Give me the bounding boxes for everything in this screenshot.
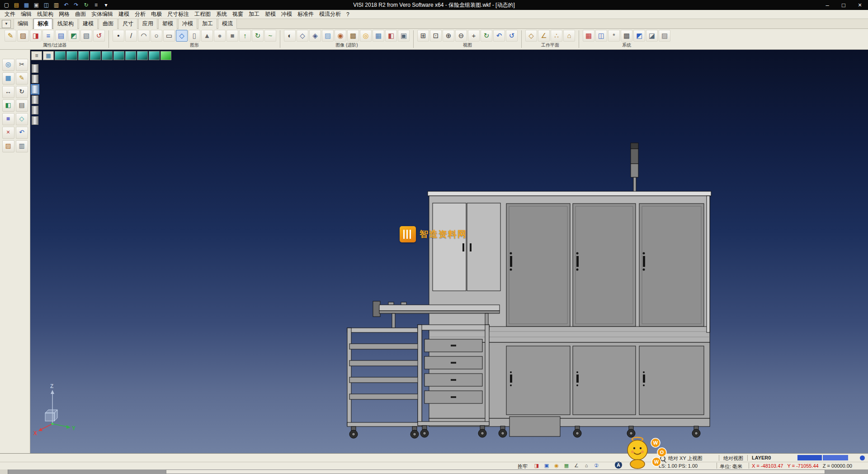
redraw-icon[interactable]: ↺: [506, 30, 518, 42]
mask-filter-icon[interactable]: ▧: [80, 30, 92, 42]
dynamic-view-icon[interactable]: [160, 51, 171, 60]
workplane-3point-icon[interactable]: ∴: [551, 30, 562, 42]
left-view-icon[interactable]: [125, 51, 136, 60]
scale-label[interactable]: LS: 1.00 PS: 1.00: [659, 463, 698, 469]
tab[interactable]: 标准: [33, 19, 52, 29]
view-mode-label[interactable]: 绝对 XY 上视图: [668, 455, 703, 462]
tab[interactable]: 冲模: [178, 19, 197, 29]
grid-icon[interactable]: ▩: [621, 30, 632, 42]
refresh-icon[interactable]: ↻: [82, 1, 90, 9]
tab[interactable]: 编辑: [14, 19, 33, 29]
menu-item[interactable]: 工程图: [192, 9, 213, 19]
shading-icon[interactable]: ◐: [284, 30, 296, 42]
zoom-select-icon[interactable]: ◎: [2, 59, 14, 71]
minimize-button[interactable]: –: [819, 0, 835, 10]
tab[interactable]: 曲面: [99, 19, 118, 29]
transparency-icon[interactable]: ▨: [322, 30, 334, 42]
zoom-out-icon[interactable]: ⊖: [455, 30, 467, 42]
print-icon[interactable]: ▣: [32, 1, 41, 9]
palette-icon[interactable]: ▨: [2, 140, 14, 152]
move-icon[interactable]: ↔: [2, 86, 14, 98]
menu-item[interactable]: 系统: [213, 9, 230, 19]
magnet-snap-icon[interactable]: ◉: [552, 462, 561, 469]
right-view-icon[interactable]: [137, 51, 148, 60]
rectangle-icon[interactable]: ▭: [163, 30, 175, 42]
paste-icon[interactable]: ▥: [52, 1, 61, 9]
layers-icon[interactable]: ▤: [16, 100, 28, 112]
menu-item[interactable]: 线架构: [34, 9, 56, 19]
visibility-filter-icon[interactable]: [32, 64, 38, 73]
lock-filter-icon[interactable]: [32, 75, 38, 83]
open-folder-icon[interactable]: ▤: [12, 1, 21, 9]
menu-item[interactable]: 塑模: [262, 9, 278, 19]
menu-item[interactable]: 编辑: [18, 9, 34, 19]
point-icon[interactable]: •: [113, 30, 124, 42]
viewport-canvas[interactable]: ≡▦: [30, 50, 868, 453]
close-button[interactable]: ×: [852, 0, 868, 10]
notes-icon[interactable]: ▥: [16, 140, 28, 152]
menu-item[interactable]: 加工: [246, 9, 262, 19]
menu-item[interactable]: 标准件: [295, 9, 316, 19]
viewport-split-icon[interactable]: ▦: [43, 51, 54, 60]
tab[interactable]: 线架构: [53, 19, 78, 29]
menu-item[interactable]: 分析: [132, 9, 148, 19]
workplane-angle-icon[interactable]: ∠: [538, 30, 550, 42]
cone-icon[interactable]: ▲: [201, 30, 213, 42]
menu-item[interactable]: 建模: [116, 9, 132, 19]
tab[interactable]: 尺寸: [118, 19, 137, 29]
settings-icon[interactable]: ≡: [92, 1, 100, 9]
sweep-icon[interactable]: ~: [264, 30, 276, 42]
wire-filter-icon[interactable]: [32, 95, 38, 104]
section-view-icon[interactable]: ◧: [385, 30, 397, 42]
workplane-home-icon[interactable]: ⌂: [563, 30, 575, 42]
system-settings-icon[interactable]: *: [608, 30, 620, 42]
line-icon[interactable]: /: [125, 30, 137, 42]
rotate-view-icon[interactable]: ↻: [481, 30, 492, 42]
redo-icon[interactable]: ↷: [72, 1, 80, 9]
scrollbar-thumb[interactable]: [166, 469, 825, 474]
tab[interactable]: 塑模: [158, 19, 177, 29]
color-filter-icon[interactable]: ◨: [30, 30, 42, 42]
customize-arrow-icon[interactable]: ▾: [102, 1, 110, 9]
menu-item[interactable]: 网格: [56, 9, 72, 19]
front-view-icon[interactable]: [102, 51, 113, 60]
circle-icon[interactable]: ○: [151, 30, 162, 42]
light-icon[interactable]: ◎: [360, 30, 372, 42]
reset-filter-icon[interactable]: ↺: [93, 30, 105, 42]
tab[interactable]: 加工: [198, 19, 217, 29]
element-filter-icon[interactable]: ◩: [68, 30, 80, 42]
undo-icon[interactable]: ↶: [62, 1, 71, 9]
select-mode-icon[interactable]: ◨: [533, 462, 541, 469]
revolve-icon[interactable]: ↻: [252, 30, 264, 42]
zoom-fit-icon[interactable]: ⊡: [430, 30, 442, 42]
menu-item[interactable]: 实体编辑: [89, 9, 116, 19]
misc-filter-icon[interactable]: [32, 116, 38, 125]
view-menu-icon[interactable]: ≡: [31, 51, 42, 60]
menu-item[interactable]: 电极: [148, 9, 165, 19]
render-options-icon[interactable]: ▨: [659, 30, 670, 42]
menu-item[interactable]: 曲面: [72, 9, 89, 19]
new-file-icon[interactable]: ▢: [2, 1, 11, 9]
cylinder-icon[interactable]: ▯: [189, 30, 200, 42]
sketch-icon[interactable]: ✎: [16, 72, 28, 85]
surface-icon[interactable]: ◇: [16, 113, 28, 125]
extrude-icon[interactable]: ↑: [239, 30, 251, 42]
layer-filter-icon[interactable]: ▤: [55, 30, 67, 42]
snap-toggle-label[interactable]: 拴牢: [518, 463, 528, 470]
solid-icon[interactable]: ■: [2, 113, 14, 125]
block-icon[interactable]: ■: [226, 30, 238, 42]
screen-icon[interactable]: ▣: [542, 462, 551, 469]
profile-icon[interactable]: ◇: [176, 30, 188, 42]
top-view-icon[interactable]: [78, 51, 89, 60]
line-type-filter-icon[interactable]: ≡: [42, 30, 54, 42]
selection-filter-icon[interactable]: ◩: [633, 30, 645, 42]
trim-icon[interactable]: ✂: [16, 59, 28, 71]
tab[interactable]: 应用: [138, 19, 157, 29]
scrollbar-left-button[interactable]: [0, 469, 8, 474]
active-layer-icon[interactable]: [32, 85, 38, 94]
angle-snap-icon[interactable]: ∠: [572, 462, 580, 469]
shading-options-icon[interactable]: ◪: [646, 30, 658, 42]
zoom-in-icon[interactable]: ⊕: [443, 30, 454, 42]
workplane-xy-icon[interactable]: ◇: [525, 30, 537, 42]
shade-toggle-icon[interactable]: ◧: [2, 100, 14, 112]
